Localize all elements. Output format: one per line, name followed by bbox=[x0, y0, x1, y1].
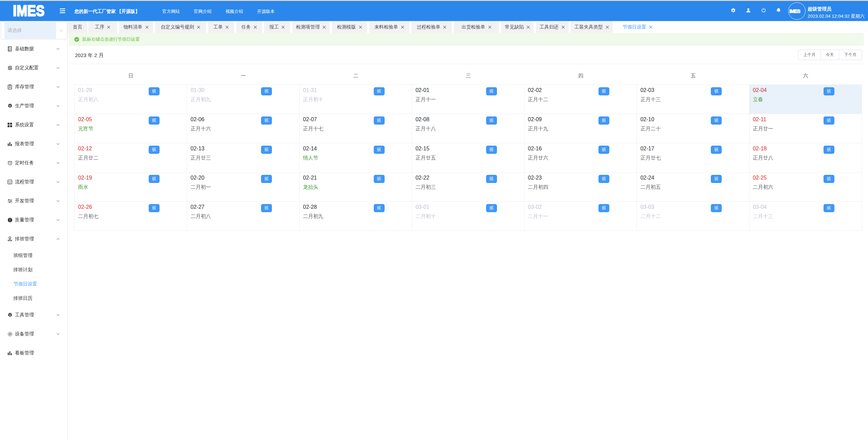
svg-text:IMES: IMES bbox=[13, 2, 44, 19]
svg-text:IMES: IMES bbox=[789, 8, 800, 14]
